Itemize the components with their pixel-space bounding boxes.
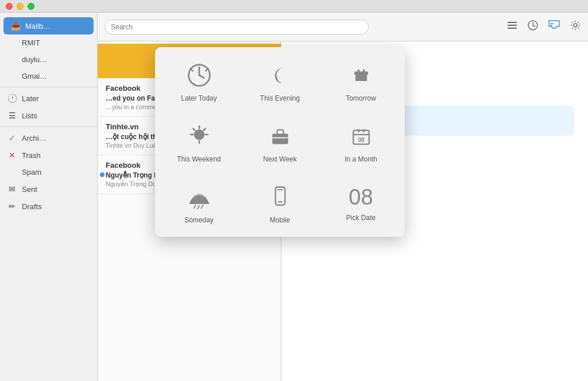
svg-point-8	[574, 24, 577, 27]
snooze-this-weekend[interactable]: This Weekend	[158, 111, 239, 172]
drafts-icon: ✏	[7, 202, 17, 211]
sidebar-divider-2	[0, 126, 97, 127]
snooze-label: This Evening	[260, 94, 300, 102]
sidebar-item-duylu[interactable]: duylu…	[0, 51, 97, 68]
close-button[interactable]	[6, 3, 13, 10]
snooze-label: Mobile	[270, 216, 290, 224]
settings-button[interactable]	[570, 20, 581, 34]
svg-line-34	[198, 206, 199, 209]
svg-text:08: 08	[358, 137, 365, 143]
list-view-button[interactable]	[506, 20, 518, 34]
sidebar-item-label: Archi…	[22, 134, 47, 143]
trash-icon: ✕	[7, 151, 17, 160]
sidebar-item-label: Trash	[22, 151, 41, 160]
svg-line-13	[190, 68, 193, 71]
svg-rect-16	[355, 75, 366, 81]
snooze-someday[interactable]: Someday	[158, 172, 239, 233]
unread-dot	[100, 172, 105, 177]
sidebar-item-archive[interactable]: ✓ Archi…	[0, 129, 97, 147]
snooze-popup: Later Today This Evening Tomorrow	[155, 47, 405, 237]
search-input[interactable]	[105, 20, 369, 34]
toolbar-icons	[506, 20, 581, 34]
svg-point-19	[194, 129, 204, 140]
svg-rect-1	[508, 25, 517, 26]
svg-rect-7	[550, 25, 552, 26]
snooze-later-today[interactable]: Later Today	[158, 51, 239, 111]
main-layout: 📥 Mailb… RMIT duylu… Gmai… 🕐 Later ☰ Lis…	[0, 13, 588, 381]
snooze-in-a-month[interactable]: 08 In a Month	[320, 111, 401, 172]
svg-line-35	[201, 205, 203, 209]
svg-line-24	[193, 129, 195, 130]
svg-line-12	[199, 75, 204, 78]
sidebar-item-label: duylu…	[22, 55, 47, 64]
svg-rect-17	[357, 70, 359, 73]
clock-button[interactable]	[527, 20, 539, 34]
sidebar-item-trash[interactable]: ✕ Trash	[0, 147, 97, 164]
snooze-label: Later Today	[181, 94, 217, 102]
snooze-tomorrow[interactable]: Tomorrow	[320, 51, 401, 111]
svg-rect-0	[508, 22, 517, 23]
sidebar-item-later[interactable]: 🕐 Later	[0, 90, 97, 107]
snooze-mobile[interactable]: Mobile	[239, 172, 320, 233]
sidebar-item-mailbox[interactable]: 📥 Mailb…	[3, 17, 94, 34]
svg-rect-18	[362, 70, 365, 73]
snooze-label: In a Month	[345, 155, 377, 163]
sidebar-item-rmit[interactable]: RMIT	[0, 34, 97, 51]
minimize-button[interactable]	[17, 3, 24, 10]
sidebar-item-sent[interactable]: ✉ Sent	[0, 180, 97, 198]
svg-rect-6	[550, 23, 554, 24]
inbox-button[interactable]	[548, 20, 560, 34]
svg-line-5	[533, 25, 535, 26]
snooze-next-week[interactable]: Next Week	[239, 111, 320, 172]
sidebar-item-lists[interactable]: ☰ Lists	[0, 107, 97, 124]
archive-icon: ✓	[7, 133, 17, 143]
titlebar	[0, 0, 588, 13]
sidebar-item-label: Later	[22, 94, 39, 103]
maximize-button[interactable]	[28, 3, 34, 10]
svg-rect-38	[277, 189, 283, 190]
snooze-label: Tomorrow	[346, 94, 376, 102]
sent-icon: ✉	[7, 184, 17, 194]
snooze-label: This Weekend	[177, 155, 220, 163]
list-icon: ☰	[7, 111, 17, 120]
sidebar-item-label: Spam	[22, 168, 41, 176]
svg-rect-31	[362, 129, 365, 132]
sidebar-divider	[0, 87, 97, 87]
svg-line-33	[194, 205, 195, 209]
right-panel: Facebook 9:29 PM …ed you on Facebook …yo…	[98, 13, 588, 381]
sidebar-item-label: Drafts	[22, 202, 42, 211]
snooze-label: Pick Date	[346, 214, 376, 222]
toolbar	[98, 13, 588, 41]
sidebar-item-label: Mailb…	[25, 22, 51, 30]
sidebar-item-label: RMIT	[22, 39, 40, 47]
snooze-label: Someday	[184, 216, 214, 224]
sidebar-item-spam[interactable]: Spam	[0, 164, 97, 180]
sidebar: 📥 Mailb… RMIT duylu… Gmai… 🕐 Later ☰ Lis…	[0, 13, 98, 381]
inbox-icon: 📥	[10, 21, 21, 30]
snooze-label: Next Week	[263, 155, 296, 163]
svg-rect-26	[272, 133, 288, 144]
svg-line-25	[203, 129, 205, 130]
svg-rect-30	[357, 129, 359, 132]
sidebar-item-label: Gmai…	[22, 72, 47, 80]
sidebar-item-gmail[interactable]: Gmai…	[0, 68, 97, 84]
content-area: Facebook 9:29 PM …ed you on Facebook …yo…	[98, 41, 588, 381]
clock-icon: 🕐	[7, 94, 17, 103]
sidebar-item-label: Lists	[22, 111, 37, 120]
svg-line-14	[206, 68, 208, 71]
svg-rect-2	[508, 28, 517, 29]
snooze-pick-date[interactable]: 08 Pick Date	[320, 172, 401, 233]
sidebar-item-drafts[interactable]: ✏ Drafts	[0, 198, 97, 215]
email-sender: Facebook	[106, 84, 141, 93]
svg-rect-15	[354, 72, 368, 75]
email-sender: Facebook	[106, 161, 141, 170]
pick-date-number: 08	[349, 186, 373, 208]
snooze-this-evening[interactable]: This Evening	[239, 51, 320, 111]
sidebar-item-label: Sent	[22, 185, 37, 194]
email-sender: Tinhte.vn	[106, 122, 139, 131]
